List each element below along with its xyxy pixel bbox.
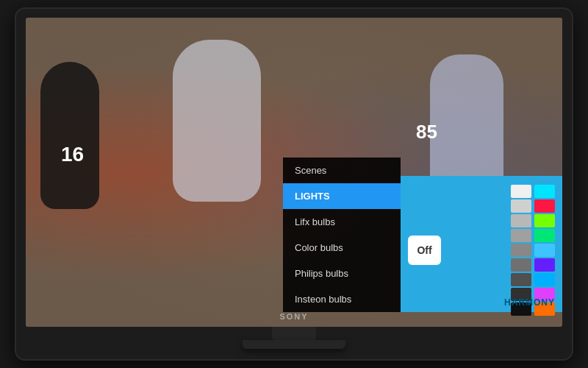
color-col-colors xyxy=(534,185,555,316)
swatch[interactable] xyxy=(511,229,531,242)
swatch[interactable] xyxy=(511,258,531,272)
swatch[interactable] xyxy=(511,199,531,213)
tv-stand-base xyxy=(243,340,345,349)
harmony-label: HARMONY xyxy=(504,297,555,308)
swatch[interactable] xyxy=(534,199,555,213)
menu-item-lifx-bulbs[interactable]: Lifx bulbs xyxy=(283,209,401,235)
swatch[interactable] xyxy=(534,244,555,257)
swatch[interactable] xyxy=(511,185,531,198)
swatch[interactable] xyxy=(534,214,555,227)
swatch[interactable] xyxy=(534,273,555,286)
player-left: 16 xyxy=(40,62,99,209)
swatch[interactable] xyxy=(534,258,555,272)
player-number-16: 16 xyxy=(61,143,84,166)
menu-list: Scenes LIGHTS Lifx bulbs Color bulbs Phi… xyxy=(283,158,401,312)
sony-logo: SONY xyxy=(279,312,308,321)
player-center xyxy=(173,40,261,202)
swatch[interactable] xyxy=(511,214,531,227)
menu-item-lights[interactable]: LIGHTS xyxy=(283,183,401,209)
harmony-panel: Off xyxy=(401,176,562,312)
tv-stand-neck xyxy=(272,327,316,340)
player-number-85: 85 xyxy=(416,121,437,144)
color-col-grays xyxy=(511,185,531,316)
menu-item-scenes[interactable]: Scenes xyxy=(283,158,401,183)
menu-container: Scenes LIGHTS Lifx bulbs Color bulbs Phi… xyxy=(283,158,562,312)
tv-outer: 16 85 SONY Scenes LIGHTS Lifx bulbs Colo… xyxy=(15,7,573,361)
swatch[interactable] xyxy=(534,185,555,198)
menu-item-color-bulbs[interactable]: Color bulbs xyxy=(283,235,401,261)
swatch[interactable] xyxy=(534,229,555,242)
color-columns xyxy=(445,185,555,316)
menu-item-insteon-bulbs[interactable]: Insteon bulbs xyxy=(283,286,401,312)
off-button[interactable]: Off xyxy=(408,236,441,265)
swatch[interactable] xyxy=(511,244,531,257)
tv-screen: 16 85 SONY Scenes LIGHTS Lifx bulbs Colo… xyxy=(26,18,562,327)
menu-item-philips-bulbs[interactable]: Philips bulbs xyxy=(283,261,401,286)
swatch[interactable] xyxy=(511,273,531,286)
